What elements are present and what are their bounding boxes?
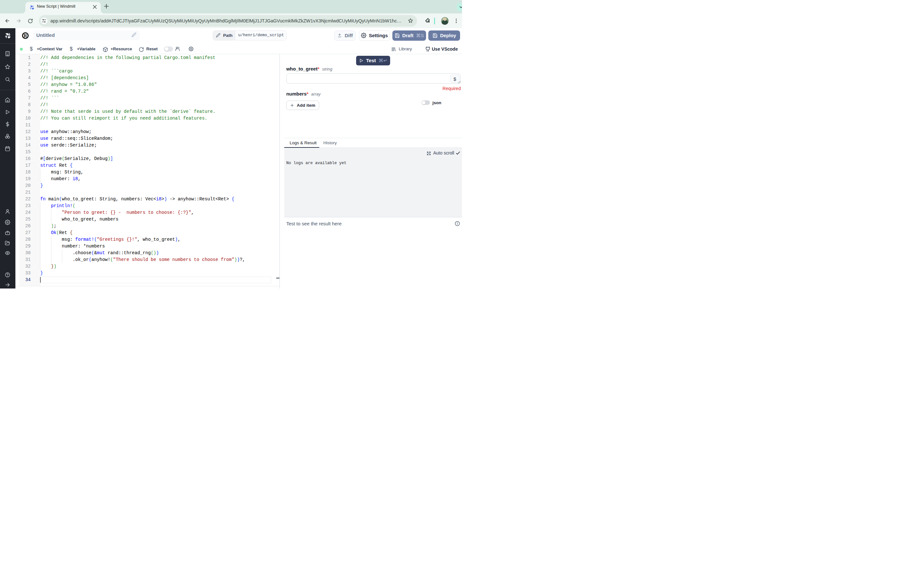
svg-text:R: R: [24, 33, 27, 38]
